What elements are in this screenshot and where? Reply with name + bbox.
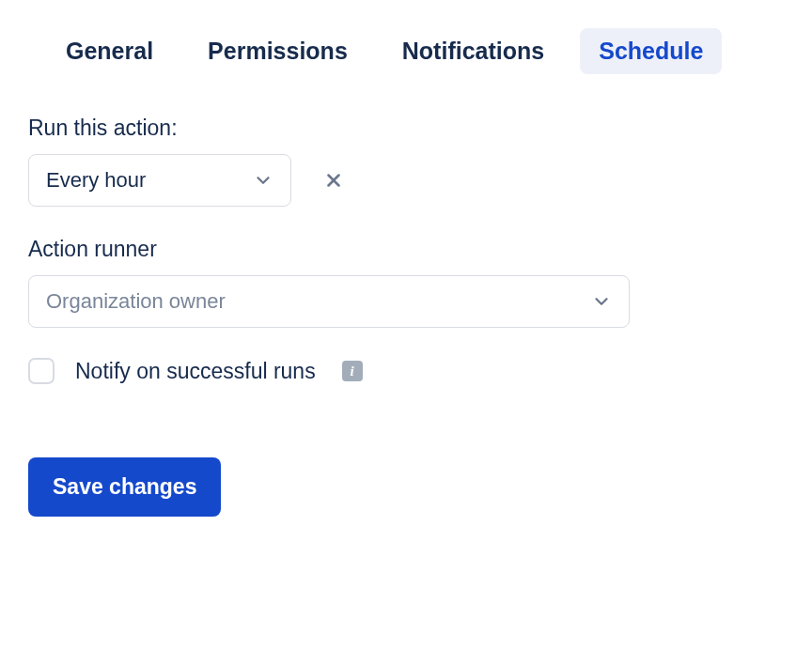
chevron-down-icon — [591, 291, 612, 312]
run-action-row: Every hour — [28, 154, 784, 207]
tab-notifications[interactable]: Notifications — [383, 28, 563, 74]
action-runner-label: Action runner — [28, 237, 784, 262]
notify-label: Notify on successful runs — [75, 359, 316, 384]
run-frequency-value: Every hour — [46, 168, 146, 193]
action-runner-group: Action runner Organization owner — [28, 237, 784, 328]
close-icon — [323, 170, 344, 191]
action-runner-select[interactable]: Organization owner — [28, 275, 630, 328]
clear-frequency-button[interactable] — [316, 162, 351, 198]
run-action-group: Run this action: Every hour — [28, 116, 784, 207]
tab-permissions[interactable]: Permissions — [189, 28, 367, 74]
run-frequency-select[interactable]: Every hour — [28, 154, 291, 207]
tab-general[interactable]: General — [47, 28, 172, 74]
info-icon[interactable]: i — [342, 361, 363, 381]
notify-checkbox[interactable] — [28, 358, 55, 384]
action-runner-placeholder: Organization owner — [46, 289, 226, 314]
run-action-label: Run this action: — [28, 116, 784, 141]
tabs: General Permissions Notifications Schedu… — [28, 28, 784, 74]
tab-schedule[interactable]: Schedule — [580, 28, 722, 74]
notify-row: Notify on successful runs i — [28, 358, 784, 384]
save-button[interactable]: Save changes — [28, 457, 221, 517]
chevron-down-icon — [253, 170, 273, 191]
